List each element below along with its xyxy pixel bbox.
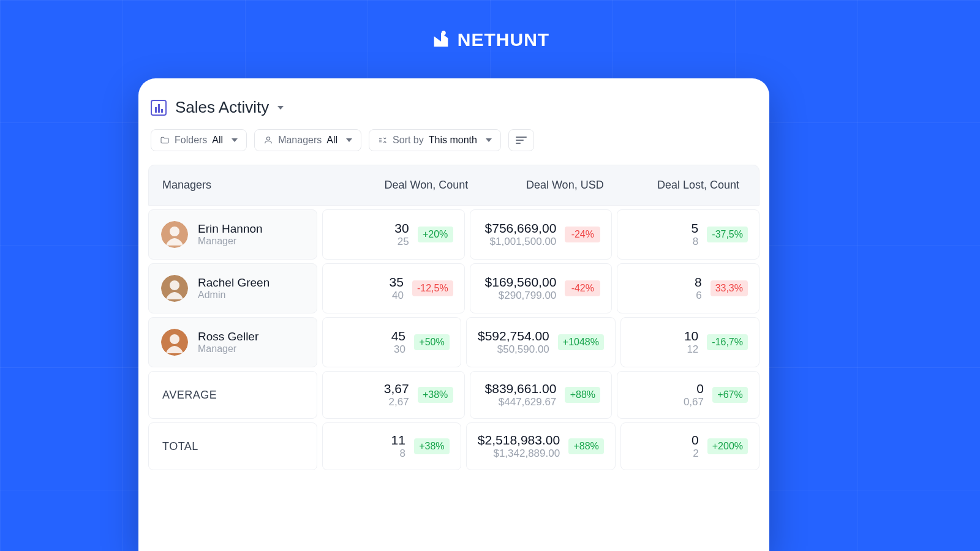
sales-activity-card: Sales Activity Folders All Managers All …	[138, 78, 769, 551]
sort-filter[interactable]: Sort by This month	[369, 129, 501, 151]
table-row: Rachel Green Admin 35 40 -12,5% $169,560…	[148, 263, 760, 313]
bar-chart-icon	[151, 100, 167, 116]
total-lost-count: 02 +200%	[620, 422, 760, 470]
brand-logo: NETHUNT	[0, 0, 980, 50]
table-row: Ross Geller Manager 45 30 +50% $592,754.…	[148, 317, 760, 367]
chevron-down-icon	[232, 138, 238, 142]
svg-point-3	[170, 227, 179, 236]
brand-name: NETHUNT	[458, 29, 549, 50]
metric-won_usd: $592,754.00 $50,590.00 +1048%	[466, 317, 616, 367]
manager-cell[interactable]: Erin Hannon Manager	[148, 209, 317, 260]
delta-badge: +67%	[712, 387, 748, 403]
metric-won_count: 35 40 -12,5%	[322, 263, 465, 313]
chevron-down-icon	[486, 138, 492, 142]
manager-name: Erin Hannon	[198, 222, 263, 236]
svg-point-1	[266, 137, 270, 140]
metric-lost_count: 5 8 -37,5%	[617, 209, 760, 260]
delta-badge: +88%	[568, 438, 604, 454]
delta-badge: +200%	[707, 438, 748, 454]
table-header-row: Managers Deal Won, Count Deal Won, USD D…	[148, 165, 760, 206]
folders-value: All	[212, 135, 223, 146]
delta-badge: -37,5%	[707, 227, 748, 242]
average-lost-count: 00,67 +67%	[617, 371, 760, 419]
svg-point-0	[442, 31, 446, 35]
average-won-usd: $839,661.00$447,629.67 +88%	[470, 371, 612, 419]
delta-badge: 33,3%	[710, 280, 748, 296]
manager-role: Manager	[198, 236, 263, 247]
metric-lost_count: 8 6 33,3%	[617, 263, 760, 313]
metric-won_usd: $169,560,00 $290,799.00 -42%	[470, 263, 612, 313]
delta-badge: +20%	[418, 227, 453, 242]
total-row: TOTAL 118 +38% $2,518,983.00$1,342,889.0…	[148, 422, 760, 470]
average-row: AVERAGE 3,672,67 +38% $839,661.00$447,62…	[148, 371, 760, 419]
manager-role: Admin	[198, 290, 270, 301]
metric-won_usd: $756,669,00 $1,001,500.00 -24%	[470, 209, 612, 260]
delta-badge: +38%	[418, 387, 453, 403]
manager-name: Ross Geller	[198, 330, 258, 343]
col-managers: Managers	[162, 179, 339, 192]
person-icon	[263, 135, 273, 145]
folders-filter[interactable]: Folders All	[151, 129, 247, 151]
manager-name: Rachel Green	[198, 276, 270, 290]
page-title: Sales Activity	[175, 98, 269, 117]
nethunt-icon	[431, 29, 451, 50]
managers-table: Managers Deal Won, Count Deal Won, USD D…	[138, 165, 769, 470]
manager-role: Manager	[198, 343, 258, 354]
avatar	[161, 275, 188, 302]
delta-badge: +50%	[414, 334, 450, 350]
svg-point-7	[170, 334, 179, 344]
delta-badge: +38%	[414, 438, 450, 454]
svg-point-5	[170, 280, 179, 290]
table-row: Erin Hannon Manager 30 25 +20% $756,669,…	[148, 209, 760, 260]
sort-label: Sort by	[393, 135, 424, 146]
avatar	[161, 329, 188, 356]
chevron-down-icon	[346, 138, 352, 142]
folder-icon	[160, 135, 170, 145]
total-won-usd: $2,518,983.00$1,342,889.00 +88%	[466, 422, 616, 470]
delta-badge: -16,7%	[707, 334, 748, 350]
average-label: AVERAGE	[148, 371, 317, 419]
managers-value: All	[326, 135, 337, 146]
total-won-count: 118 +38%	[322, 422, 461, 470]
managers-label: Managers	[278, 135, 322, 146]
chevron-down-icon[interactable]	[277, 106, 284, 110]
total-label: TOTAL	[148, 422, 317, 470]
sort-direction-button[interactable]	[508, 129, 534, 151]
az-sort-icon	[378, 135, 388, 145]
delta-badge: -12,5%	[412, 280, 453, 296]
metric-won_count: 45 30 +50%	[322, 317, 461, 367]
col-deal-lost-count: Deal Lost, Count	[610, 179, 745, 192]
folders-label: Folders	[175, 135, 207, 146]
col-deal-won-count: Deal Won, Count	[339, 179, 474, 192]
delta-badge: +88%	[565, 387, 600, 403]
sort-value: This month	[429, 135, 477, 146]
managers-filter[interactable]: Managers All	[254, 129, 361, 151]
metric-lost_count: 10 12 -16,7%	[620, 317, 760, 367]
delta-badge: -42%	[565, 280, 600, 296]
metric-won_count: 30 25 +20%	[322, 209, 465, 260]
col-deal-won-usd: Deal Won, USD	[474, 179, 609, 192]
avatar	[161, 221, 188, 248]
manager-cell[interactable]: Ross Geller Manager	[148, 317, 317, 367]
average-won-count: 3,672,67 +38%	[322, 371, 465, 419]
delta-badge: -24%	[565, 227, 600, 242]
delta-badge: +1048%	[558, 334, 604, 350]
manager-cell[interactable]: Rachel Green Admin	[148, 263, 317, 313]
